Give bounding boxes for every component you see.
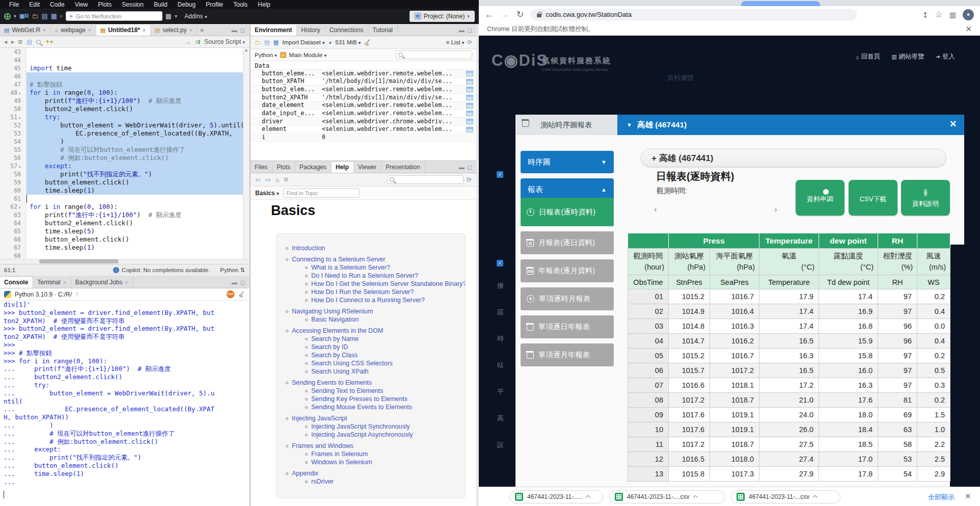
find-in-topic-input[interactable]: Find in Topic bbox=[283, 189, 360, 198]
topic-menu[interactable]: Basics ▾ bbox=[255, 190, 279, 197]
environment-variable-row[interactable]: button_eleme...<selenium.webdriver.remot… bbox=[251, 70, 476, 78]
run-icon[interactable]: → bbox=[185, 38, 191, 45]
environment-variable-row[interactable]: button2_elem...<selenium.webdriver.remot… bbox=[251, 86, 476, 94]
minimize-pane-icon[interactable]: ▬ bbox=[459, 164, 465, 171]
help-toc-link[interactable]: Search Using XPath bbox=[305, 367, 465, 376]
tab-overflow-icon[interactable]: » bbox=[197, 24, 207, 36]
home-icon[interactable]: ⌂ bbox=[276, 176, 280, 183]
refresh-icon[interactable]: ⟳ bbox=[467, 39, 472, 46]
open-runtime-icon[interactable]: ⤴ bbox=[75, 291, 78, 298]
download-item[interactable]: 467441-2023-11-..... bbox=[509, 490, 603, 503]
editor-tab-webpage[interactable]: ⌕webpage× bbox=[51, 24, 96, 36]
editor-tab-webget-r[interactable]: ▤WebGet.R× bbox=[0, 24, 51, 36]
close-tab-icon[interactable]: × bbox=[63, 280, 66, 285]
code-line-60[interactable]: 60 time.sleep(1) bbox=[0, 187, 249, 195]
panes-dropdown-icon[interactable]: ▾ bbox=[175, 14, 177, 19]
menu-build[interactable]: Build bbox=[149, 1, 173, 8]
station-header[interactable]: + 高雄 (467441) bbox=[641, 149, 946, 167]
sidebar-item-4-item[interactable]: 365年報表(逐月資料) bbox=[521, 259, 614, 282]
help-toc-link[interactable]: Windows in Selenium bbox=[305, 458, 465, 466]
modal-close-icon[interactable]: ✕ bbox=[949, 119, 957, 129]
close-tab-icon[interactable]: × bbox=[43, 28, 46, 33]
console-tab-background-jobs[interactable]: Background Jobs× bbox=[71, 277, 133, 288]
code-tools-icon[interactable]: ✦▾ bbox=[45, 38, 53, 45]
menu-view[interactable]: View bbox=[70, 1, 93, 8]
menu-code[interactable]: Code bbox=[45, 1, 70, 8]
help-search-input[interactable] bbox=[387, 175, 464, 184]
tab-presentation[interactable]: Presentation bbox=[382, 162, 425, 173]
module-menu[interactable]: Main Module ▾ bbox=[289, 52, 327, 58]
tab-environment[interactable]: Environment bbox=[251, 24, 297, 36]
tab-packages[interactable]: Packages bbox=[295, 162, 332, 173]
chevron-up-icon[interactable] bbox=[693, 495, 698, 500]
help-toc-link[interactable]: rsDriver bbox=[305, 477, 465, 486]
code-line-48[interactable]: 48▾for i in range(0, 100): bbox=[0, 89, 249, 97]
help-toc-link[interactable]: Sending Mouse Events to Elements bbox=[305, 403, 465, 411]
help-toc-link[interactable]: Introduction bbox=[286, 244, 465, 252]
code-line-61[interactable]: 61 bbox=[0, 195, 249, 203]
codis-nav-login[interactable]: ➜登入 bbox=[936, 52, 955, 61]
code-line-63[interactable]: 63 print(f"進行中:{i+1}/100") # 顯示進度 bbox=[0, 211, 249, 219]
profile-avatar[interactable]: ● bbox=[963, 9, 974, 20]
modal-tab-report[interactable]: 測站時序圖報表 bbox=[515, 115, 617, 135]
help-toc-link[interactable]: How Do I Run the Selenium Server? bbox=[305, 288, 465, 296]
cursor-position[interactable]: 61:1 bbox=[4, 267, 15, 273]
codis-nav-item-dim[interactable]: 資料瀏覽 bbox=[667, 73, 694, 83]
panes-grid-icon[interactable]: ▩ bbox=[166, 13, 172, 19]
code-line-55[interactable]: 55 # 現在可以対button_element進行操作了 bbox=[0, 146, 249, 154]
clear-objects-icon[interactable] bbox=[364, 39, 371, 46]
view-object-icon[interactable] bbox=[466, 95, 473, 100]
codis-logo[interactable]: C◉DiS bbox=[492, 51, 548, 70]
help-toc-link[interactable]: Basic Navigation bbox=[305, 315, 465, 324]
help-toc-link[interactable]: Search by Class bbox=[305, 351, 465, 359]
layer-checkbox[interactable]: ✓ bbox=[497, 171, 503, 178]
layer-checkbox[interactable]: ✓ bbox=[497, 260, 503, 267]
help-toc-link[interactable]: Injecting JavaScript Synchronously bbox=[305, 422, 465, 431]
code-line-68[interactable]: 68 bbox=[0, 252, 249, 259]
code-line-64[interactable]: 64 button2_element.click() bbox=[0, 219, 249, 227]
code-editor[interactable]: 434445import time4647# 點擊按鈕48▾for i in r… bbox=[0, 48, 249, 259]
help-toc-link[interactable]: Sending Events to Elements bbox=[286, 379, 465, 387]
button-data-info[interactable]: i資料說明 bbox=[901, 180, 950, 216]
search-icon[interactable] bbox=[36, 40, 41, 44]
help-toc-link[interactable]: Search by ID bbox=[305, 343, 465, 351]
code-line-52[interactable]: 52 button_element = WebDriverWait(driver… bbox=[0, 121, 249, 129]
help-back-icon[interactable]: ⇦ bbox=[255, 176, 261, 183]
menu-help[interactable]: Help bbox=[253, 1, 276, 8]
sidebar-item-0-dropdown[interactable]: 時序圖▼ bbox=[521, 151, 614, 173]
tab-history[interactable]: History bbox=[297, 24, 325, 36]
code-line-56[interactable]: 56 # 例如:button_element.click() bbox=[0, 154, 249, 162]
code-line-58[interactable]: 58 print("找不到指定的元素。") bbox=[0, 170, 249, 178]
editor-tab-select-py[interactable]: ▤select.py× bbox=[151, 24, 198, 36]
help-toc-link[interactable]: Sending Key Presses to Elements bbox=[305, 395, 465, 403]
tab-connections[interactable]: Connections bbox=[325, 24, 369, 36]
editor-hscrollbar[interactable] bbox=[0, 259, 249, 264]
help-toc-link[interactable]: How Do I Connect to a Running Server? bbox=[305, 296, 465, 304]
help-toc-link[interactable]: How Do I Get the Selenium Server Standal… bbox=[305, 280, 465, 288]
help-toc-link[interactable]: Navigating Using RSelenium bbox=[286, 307, 465, 315]
downloads-bar-close-icon[interactable]: ✕ bbox=[965, 492, 971, 501]
browser-reload-icon[interactable]: ↻ bbox=[516, 9, 524, 20]
help-toc-link[interactable]: Frames in Selenium bbox=[305, 450, 465, 458]
code-line-54[interactable]: 54 ) bbox=[0, 138, 249, 146]
new-project-icon[interactable]: ▣R bbox=[19, 13, 29, 19]
bookmark-star-icon[interactable]: ☆ bbox=[935, 9, 943, 20]
code-line-66[interactable]: 66 button_element.click() bbox=[0, 235, 249, 244]
tab-viewer[interactable]: Viewer bbox=[354, 162, 382, 173]
editor-language-selector[interactable]: Python ⇅ bbox=[220, 267, 245, 274]
new-file-icon[interactable]: ⨁ bbox=[4, 13, 11, 19]
code-line-62[interactable]: 62▾for i in range(0, 100): bbox=[0, 203, 249, 211]
maximize-pane-icon[interactable]: ◻ bbox=[240, 27, 245, 34]
editor-tab-untitled18-[interactable]: ▤Untitled18*× bbox=[96, 24, 151, 36]
environment-language-menu[interactable]: Python ▾ bbox=[255, 52, 277, 58]
code-line-47[interactable]: 47# 點擊按鈕 bbox=[0, 81, 249, 89]
help-toc-link[interactable]: Injecting JavaScript Asynchronously bbox=[305, 431, 465, 439]
code-line-50[interactable]: 50 button2_element.click() bbox=[0, 105, 249, 113]
tab-tutorial[interactable]: Tutorial bbox=[368, 24, 398, 36]
sidebar-item-6-item[interactable]: 單項逐日年報表 bbox=[521, 315, 614, 338]
environment-variable-row[interactable]: button2_XPATH'/html/body/div[1]/main/div… bbox=[251, 94, 476, 102]
save-icon[interactable]: ▤ bbox=[41, 13, 47, 19]
save-all-icon[interactable]: ▦ bbox=[51, 13, 57, 19]
environment-variable-row[interactable]: i0 bbox=[251, 134, 476, 142]
close-tab-icon[interactable]: × bbox=[125, 280, 128, 285]
